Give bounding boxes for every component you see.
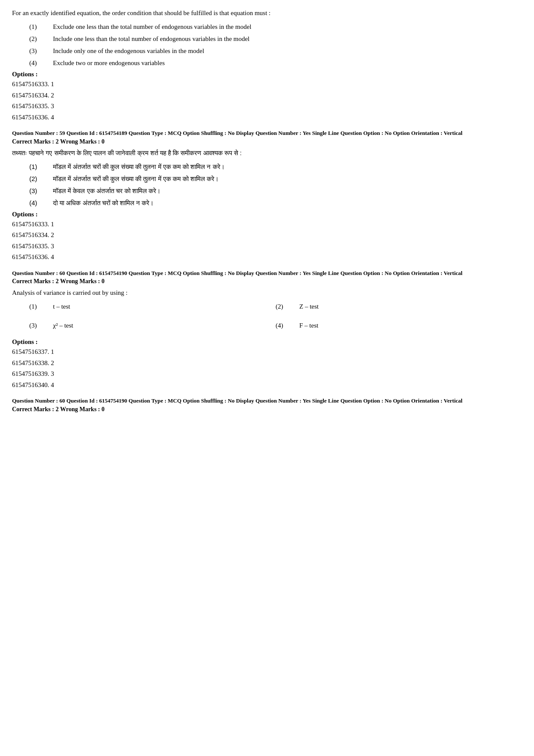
question-meta-60a: Question Number : 60 Question Id : 61547… xyxy=(12,269,522,278)
list-item: 61547516334. 2 xyxy=(12,90,522,101)
list-item: 61547516339. 3 xyxy=(12,369,522,380)
option-text: Z – test xyxy=(299,301,522,312)
intro-question-text: For an exactly identified equation, the … xyxy=(12,8,522,18)
list-item: (3) Include only one of the endogenous v… xyxy=(29,46,522,56)
question-59-section: Question Number : 59 Question Id : 61547… xyxy=(12,129,522,263)
codes-59: 61547516333. 1 61547516334. 2 6154751633… xyxy=(12,219,522,263)
option-number: (3) xyxy=(29,186,53,196)
options-row-1: (1) t – test (2) Z – test xyxy=(29,301,522,316)
marks-line-60a: Correct Marks : 2 Wrong Marks : 0 xyxy=(12,278,522,285)
option-text: t – test xyxy=(53,301,276,312)
option-number: (3) xyxy=(29,46,53,56)
option-number: (4) xyxy=(276,320,299,331)
option-text: मॉडल में केवल एक अंतर्जात चर को शामिल कर… xyxy=(53,186,522,196)
list-item: (4) F – test xyxy=(276,320,522,331)
list-item: (1) Exclude one less than the total numb… xyxy=(29,22,522,32)
option-number: (4) xyxy=(29,58,53,68)
option-number: (1) xyxy=(29,162,53,172)
list-item: 61547516335. 3 xyxy=(12,241,522,252)
options-label-60a: Options : xyxy=(12,338,522,346)
option-number: (4) xyxy=(29,198,53,208)
option-number: (3) xyxy=(29,320,53,331)
intro-section: For an exactly identified equation, the … xyxy=(12,8,522,123)
option-number: (1) xyxy=(29,22,53,32)
option-number: (2) xyxy=(276,301,299,312)
option-text: मॉडल में अंतर्जात चरों की कुल संख्या की … xyxy=(53,162,522,172)
option-number: (1) xyxy=(29,301,53,312)
option-text: दो या अधिक अंतर्जात चरों को शामिल न करे। xyxy=(53,198,522,208)
list-item: (2) मॉडल में अंतर्जात चरों की कुल संख्या… xyxy=(29,174,522,184)
options-label: Options : xyxy=(12,71,522,78)
list-item: (4) Exclude two or more endogenous varia… xyxy=(29,58,522,68)
list-item: (1) मॉडल में अंतर्जात चरों की कुल संख्या… xyxy=(29,162,522,172)
list-item: 61547516336. 4 xyxy=(12,112,522,123)
question-text-60a: Analysis of variance is carried out by u… xyxy=(12,287,522,298)
question-meta-59: Question Number : 59 Question Id : 61547… xyxy=(12,129,522,137)
intro-options-list: (1) Exclude one less than the total numb… xyxy=(29,22,522,68)
list-item: (3) χ² – test xyxy=(29,320,276,331)
list-item: 61547516337. 1 xyxy=(12,347,522,358)
codes-60a: 61547516337. 1 61547516338. 2 6154751633… xyxy=(12,347,522,390)
list-item: (2) Include one less than the total numb… xyxy=(29,34,522,44)
list-item: 61547516333. 1 xyxy=(12,219,522,230)
question-meta-60b: Question Number : 60 Question Id : 61547… xyxy=(12,397,522,405)
list-item: (4) दो या अधिक अंतर्जात चरों को शामिल न … xyxy=(29,198,522,208)
question-60a-section: Question Number : 60 Question Id : 61547… xyxy=(12,269,522,391)
option-text: मॉडल में अंतर्जात चरों की कुल संख्या की … xyxy=(53,174,522,184)
option-text: F – test xyxy=(299,320,522,331)
list-item: 61547516334. 2 xyxy=(12,230,522,241)
list-item: 61547516333. 1 xyxy=(12,79,522,90)
option-text: Exclude one less than the total number o… xyxy=(53,22,522,32)
list-item: (2) Z – test xyxy=(276,301,522,312)
option-number: (2) xyxy=(29,174,53,184)
list-item: 61547516336. 4 xyxy=(12,252,522,263)
marks-line-59: Correct Marks : 2 Wrong Marks : 0 xyxy=(12,138,522,145)
option-text: Include only one of the endogenous varia… xyxy=(53,46,522,56)
list-item: 61547516335. 3 xyxy=(12,101,522,112)
option-text: Exclude two or more endogenous variables xyxy=(53,58,522,68)
option-text: χ² – test xyxy=(53,320,276,331)
question-text-59: तथ्यतः पहचाने गए समीकरण के लिए पालन की ज… xyxy=(12,148,522,158)
options-list-59: (1) मॉडल में अंतर्जात चरों की कुल संख्या… xyxy=(29,162,522,208)
options-label-59: Options : xyxy=(12,211,522,218)
list-item: 61547516338. 2 xyxy=(12,358,522,369)
list-item: (1) t – test xyxy=(29,301,276,312)
option-number: (2) xyxy=(29,34,53,44)
options-grid-60: (1) t – test (2) Z – test (3) χ² – test … xyxy=(29,301,522,335)
list-item: (3) मॉडल में केवल एक अंतर्जात चर को शामि… xyxy=(29,186,522,196)
option-text: Include one less than the total number o… xyxy=(53,34,522,44)
options-row-2: (3) χ² – test (4) F – test xyxy=(29,320,522,335)
question-60b-section: Question Number : 60 Question Id : 61547… xyxy=(12,397,522,413)
options-codes: 61547516333. 1 61547516334. 2 6154751633… xyxy=(12,79,522,123)
marks-line-60b: Correct Marks : 2 Wrong Marks : 0 xyxy=(12,406,522,413)
list-item: 61547516340. 4 xyxy=(12,380,522,391)
